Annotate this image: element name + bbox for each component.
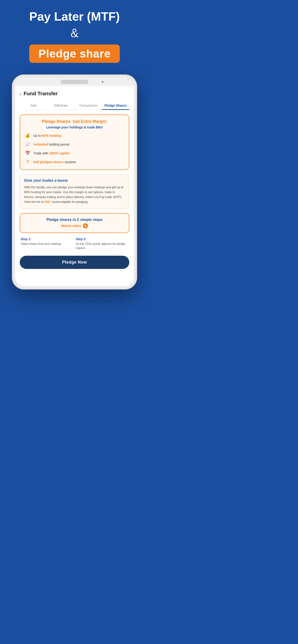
hero-section: Pay Later (MTF) & Pledge share — [29, 9, 120, 63]
tab-pledge-shares[interactable]: Pledge Shares — [102, 101, 129, 110]
holding-icon: 📈 — [24, 141, 31, 148]
phone-mockup: ‹ Fund Transfer Add Withdraw Transaction… — [12, 74, 137, 290]
capital-icon: 📅 — [24, 150, 31, 156]
steps-title: Pledge shares in 2 simple steps — [24, 218, 125, 222]
page-wrapper: Pay Later (MTF) & Pledge share ‹ Fund Tr… — [0, 0, 149, 304]
promo-headline: Pledge Shares. Get Extra Margin. — [24, 119, 125, 124]
feature-funding-text: Up to 80% funding — [33, 134, 61, 138]
promo-headline-part3: Extra Margin. — [81, 119, 107, 124]
boost-title: Give your trades a boost — [24, 178, 125, 183]
play-icon — [83, 223, 88, 228]
promo-subtitle: Leverage your holdings & trade BIG! — [24, 126, 125, 129]
promo-card: Pledge Shares. Get Extra Margin. Leverag… — [20, 114, 129, 170]
boost-link[interactable]: 550+ — [44, 200, 51, 204]
boost-desc-end: stocks eligible for pledging. — [52, 200, 88, 204]
tab-navigation: Add Withdraw Transactions Pledge Shares — [20, 101, 129, 110]
step-1-desc: Select shares from your holdings — [21, 242, 73, 246]
pledge-badge: Pledge share — [29, 44, 120, 63]
app-content: ‹ Fund Transfer Add Withdraw Transaction… — [15, 86, 134, 273]
feature-holding: 📈 Unlimited holding period — [24, 141, 125, 148]
boost-description: With this facility, you can pledge your … — [24, 185, 125, 204]
tab-add[interactable]: Add — [20, 101, 47, 110]
feature-list: 💰 Up to 80% funding 📈 Unlimited holding … — [24, 132, 125, 165]
hero-title: Pay Later (MTF) — [29, 9, 120, 24]
phone-camera — [101, 81, 104, 83]
feature-sell-text: Sell pledged shares anytime — [33, 160, 76, 164]
phone-top-bar — [15, 78, 134, 86]
boost-card: Give your trades a boost With this facil… — [20, 174, 129, 209]
app-header: ‹ Fund Transfer — [20, 91, 129, 97]
feature-capital: 📅 Trade with ZERO capital — [24, 150, 125, 156]
promo-headline-part1: Pledge Shares. — [42, 119, 72, 124]
tab-withdraw[interactable]: Withdraw — [47, 101, 75, 110]
steps-card: Pledge shares in 2 simple steps Watch vi… — [20, 213, 129, 233]
hero-ampersand: & — [29, 26, 120, 40]
feature-capital-text: Trade with ZERO capital — [33, 152, 69, 155]
step-1-label: Step 1: — [21, 237, 73, 241]
promo-headline-part2: Get — [73, 119, 81, 124]
phone-inner: ‹ Fund Transfer Add Withdraw Transaction… — [15, 78, 134, 286]
step-2-desc: On the CDSL portal, approve the pledge r… — [76, 242, 128, 250]
step-2: Step 2: On the CDSL portal, approve the … — [76, 237, 128, 250]
feature-holding-text: Unlimited holding period — [33, 142, 69, 146]
feature-sell: ₹ Sell pledged shares anytime — [24, 159, 125, 165]
pledge-now-button[interactable]: Pledge Now — [20, 256, 129, 269]
back-button[interactable]: ‹ — [20, 91, 21, 96]
funding-icon: 💰 — [24, 132, 31, 139]
watch-video-button[interactable]: Watch video — [24, 223, 125, 228]
step-2-label: Step 2: — [76, 237, 128, 241]
phone-notch — [61, 80, 88, 84]
app-title: Fund Transfer — [24, 91, 58, 97]
steps-section: Step 1: Select shares from your holdings… — [20, 237, 129, 250]
step-1: Step 1: Select shares from your holdings — [21, 237, 73, 250]
pledge-badge-text: Pledge share — [39, 48, 111, 60]
tab-transactions[interactable]: Transactions — [75, 101, 102, 110]
sell-icon: ₹ — [24, 159, 31, 165]
feature-funding: 💰 Up to 80% funding — [24, 132, 125, 139]
watch-video-label: Watch video — [61, 224, 82, 228]
